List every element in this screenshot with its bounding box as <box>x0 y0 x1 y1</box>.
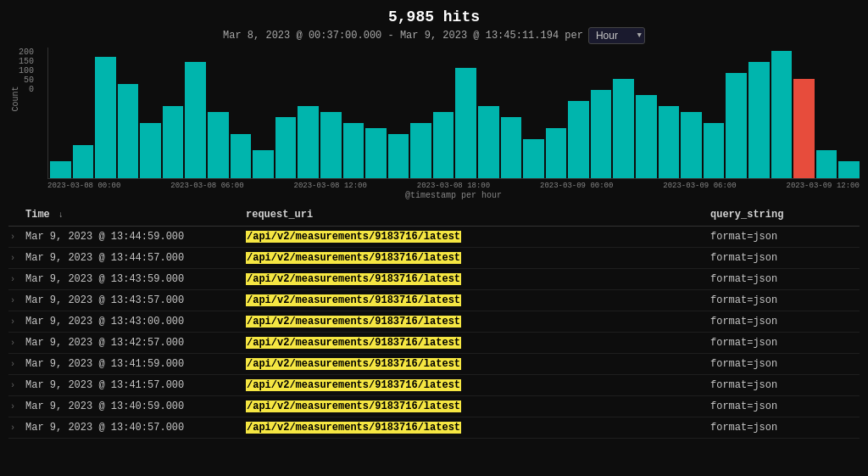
bar-31[interactable] <box>748 62 770 178</box>
row-expand-icon[interactable]: › <box>8 420 22 435</box>
table-row[interactable]: ›Mar 9, 2023 @ 13:43:57.000/api/v2/measu… <box>8 290 860 311</box>
date-range: Mar 8, 2023 @ 00:37:00.000 - Mar 9, 2023… <box>0 27 868 44</box>
row-time: Mar 9, 2023 @ 13:43:57.000 <box>22 293 242 308</box>
row-uri: /api/v2/measurements/9183716/latest <box>242 272 707 287</box>
row-query: format=json <box>707 293 860 308</box>
row-time: Mar 9, 2023 @ 13:41:59.000 <box>22 356 242 372</box>
x-label-2: 2023-03-08 12:00 <box>294 182 367 190</box>
header-section: 5,985 hits Mar 8, 2023 @ 00:37:00.000 - … <box>0 0 868 48</box>
bar-27[interactable] <box>659 106 680 178</box>
date-range-text: Mar 8, 2023 @ 00:37:00.000 - Mar 9, 2023… <box>223 30 583 42</box>
bar-20[interactable] <box>501 117 522 178</box>
uri-highlight: /api/v2/measurements/9183716/latest <box>246 422 461 434</box>
bar-35[interactable] <box>838 161 860 178</box>
uri-highlight: /api/v2/measurements/9183716/latest <box>246 400 461 412</box>
row-time: Mar 9, 2023 @ 13:43:00.000 <box>22 314 242 329</box>
row-expand-icon[interactable]: › <box>8 378 22 393</box>
row-query: format=json <box>707 378 860 393</box>
table-row[interactable]: ›Mar 9, 2023 @ 13:40:59.000/api/v2/measu… <box>8 396 860 417</box>
bar-16[interactable] <box>410 123 431 178</box>
bar-30[interactable] <box>726 73 747 178</box>
th-time[interactable]: Time ↓ <box>22 207 242 222</box>
bar-33[interactable] <box>793 79 815 178</box>
x-label-3: 2023-03-08 18:00 <box>417 182 490 190</box>
bar-0[interactable] <box>50 161 71 178</box>
uri-highlight: /api/v2/measurements/9183716/latest <box>246 231 461 243</box>
bar-9[interactable] <box>253 150 274 178</box>
bar-10[interactable] <box>275 117 297 178</box>
row-time: Mar 9, 2023 @ 13:41:57.000 <box>22 378 242 393</box>
bar-12[interactable] <box>320 112 342 178</box>
bar-15[interactable] <box>388 134 409 178</box>
table-header: Time ↓ request_uri query_string <box>8 204 860 227</box>
th-request-uri: request_uri <box>242 207 707 222</box>
bar-14[interactable] <box>365 128 387 178</box>
bar-4[interactable] <box>140 123 161 178</box>
chart-area: Count 200 150 100 50 0 2023-03-08 00:00 … <box>0 48 868 200</box>
y-label-150: 150 <box>19 57 34 66</box>
bar-19[interactable] <box>478 106 499 178</box>
row-query: format=json <box>707 335 860 350</box>
bar-26[interactable] <box>636 95 657 178</box>
row-time: Mar 9, 2023 @ 13:44:57.000 <box>22 250 242 266</box>
bar-1[interactable] <box>73 145 94 178</box>
row-uri: /api/v2/measurements/9183716/latest <box>242 420 707 435</box>
bar-7[interactable] <box>208 112 229 178</box>
row-uri: /api/v2/measurements/9183716/latest <box>242 378 707 393</box>
table-row[interactable]: ›Mar 9, 2023 @ 13:43:59.000/api/v2/measu… <box>8 269 860 290</box>
row-time: Mar 9, 2023 @ 13:42:57.000 <box>22 335 242 350</box>
hits-count: 5,985 hits <box>0 8 868 25</box>
row-time: Mar 9, 2023 @ 13:43:59.000 <box>22 272 242 287</box>
bar-23[interactable] <box>568 101 589 178</box>
row-expand-icon[interactable]: › <box>8 272 22 287</box>
row-time: Mar 9, 2023 @ 13:44:59.000 <box>22 229 242 244</box>
bar-21[interactable] <box>523 139 544 178</box>
bar-2[interactable] <box>95 57 116 178</box>
row-expand-icon[interactable]: › <box>8 250 22 266</box>
bar-5[interactable] <box>163 106 184 178</box>
bar-22[interactable] <box>546 128 567 178</box>
row-expand-icon[interactable]: › <box>8 314 22 329</box>
row-expand-icon[interactable]: › <box>8 399 22 414</box>
row-expand-icon[interactable]: › <box>8 356 22 372</box>
row-uri: /api/v2/measurements/9183716/latest <box>242 335 707 350</box>
uri-highlight: /api/v2/measurements/9183716/latest <box>246 316 461 328</box>
bar-24[interactable] <box>591 90 612 178</box>
bar-8[interactable] <box>231 134 252 178</box>
row-query: format=json <box>707 314 860 329</box>
table-row[interactable]: ›Mar 9, 2023 @ 13:42:57.000/api/v2/measu… <box>8 333 860 354</box>
bar-18[interactable] <box>455 68 476 178</box>
bars-container[interactable] <box>47 48 860 179</box>
table-body: ›Mar 9, 2023 @ 13:44:59.000/api/v2/measu… <box>8 227 860 439</box>
interval-select[interactable]: Minute Hour Day Week Month <box>588 27 645 44</box>
row-expand-icon[interactable]: › <box>8 229 22 244</box>
bar-28[interactable] <box>681 112 702 178</box>
bar-29[interactable] <box>704 123 725 178</box>
table-row[interactable]: ›Mar 9, 2023 @ 13:44:59.000/api/v2/measu… <box>8 227 860 248</box>
bar-13[interactable] <box>343 123 364 178</box>
row-query: format=json <box>707 229 860 244</box>
table-row[interactable]: ›Mar 9, 2023 @ 13:43:00.000/api/v2/measu… <box>8 311 860 333</box>
row-uri: /api/v2/measurements/9183716/latest <box>242 399 707 414</box>
row-expand-icon[interactable]: › <box>8 293 22 308</box>
table-row[interactable]: ›Mar 9, 2023 @ 13:41:59.000/api/v2/measu… <box>8 354 860 375</box>
x-label-4: 2023-03-09 00:00 <box>540 182 613 190</box>
table-row[interactable]: ›Mar 9, 2023 @ 13:44:57.000/api/v2/measu… <box>8 248 860 269</box>
bar-32[interactable] <box>771 51 793 178</box>
bar-34[interactable] <box>816 150 837 178</box>
row-uri: /api/v2/measurements/9183716/latest <box>242 229 707 244</box>
bar-6[interactable] <box>185 62 206 178</box>
uri-highlight: /api/v2/measurements/9183716/latest <box>246 273 461 285</box>
uri-highlight: /api/v2/measurements/9183716/latest <box>246 358 461 370</box>
bar-25[interactable] <box>613 79 634 178</box>
interval-select-wrapper[interactable]: Minute Hour Day Week Month <box>588 27 645 44</box>
bar-11[interactable] <box>298 106 319 178</box>
y-label-0: 0 <box>29 85 34 94</box>
table-row[interactable]: ›Mar 9, 2023 @ 13:40:57.000/api/v2/measu… <box>8 417 860 439</box>
bar-3[interactable] <box>118 84 139 178</box>
row-time: Mar 9, 2023 @ 13:40:59.000 <box>22 399 242 414</box>
bar-17[interactable] <box>433 112 454 178</box>
row-expand-icon[interactable]: › <box>8 335 22 350</box>
sort-icon: ↓ <box>58 210 64 220</box>
table-row[interactable]: ›Mar 9, 2023 @ 13:41:57.000/api/v2/measu… <box>8 375 860 396</box>
